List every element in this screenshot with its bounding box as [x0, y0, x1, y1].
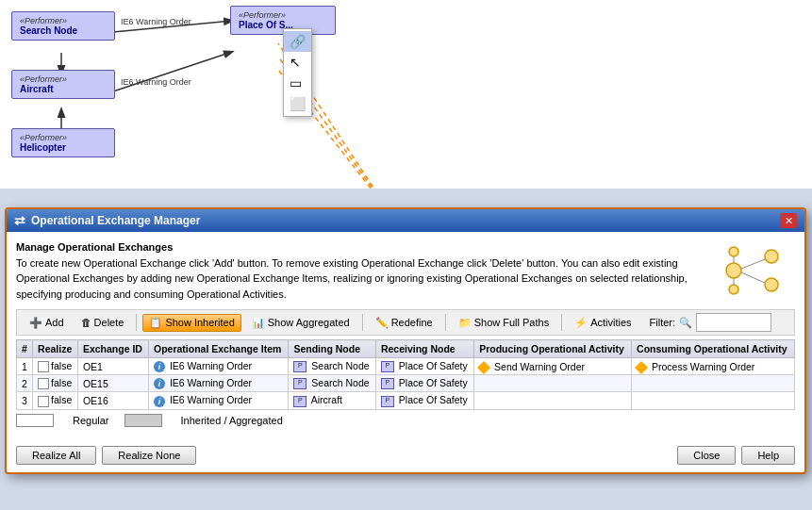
context-popup-item-2[interactable]: ↖ — [284, 52, 311, 73]
cell-id-1: OE1 — [77, 358, 148, 375]
realize-all-button[interactable]: Realize All — [16, 446, 96, 465]
desc-heading: Manage Operational Exchanges — [16, 241, 173, 253]
desc-line3: Operational Exchanges by adding new Oper… — [16, 271, 701, 287]
activities-icon: ⚡ — [574, 317, 588, 329]
show-aggregated-label: Show Aggregated — [268, 317, 350, 328]
cell-realize-1[interactable]: false — [33, 358, 78, 375]
filter-area: Filter: 🔍 — [650, 313, 772, 332]
show-full-paths-label: Show Full Paths — [474, 317, 549, 328]
show-full-paths-button[interactable]: 📁 Show Full Paths — [452, 314, 555, 332]
filter-label: Filter: — [650, 317, 676, 328]
flow-label-2: IE6 Warning Order — [121, 77, 191, 87]
delete-label: Delete — [94, 317, 124, 328]
redefine-button[interactable]: ✏️ Redefine — [369, 314, 439, 332]
dialog-titlebar: ⇄ Operational Exchange Manager ✕ — [7, 209, 804, 232]
dialog-close-button[interactable]: ✕ — [780, 213, 797, 228]
cell-realize-3[interactable]: false — [33, 392, 78, 409]
sending-node-icon-2: P — [293, 378, 307, 389]
context-popup-item-1[interactable]: 🔗 — [284, 31, 311, 52]
desc-line4: specifying producing and consuming Opera… — [16, 287, 701, 303]
svg-point-9 — [765, 278, 778, 291]
sending-node-icon-3: P — [293, 396, 307, 407]
context-popup-item-4[interactable]: ⬜ — [284, 93, 311, 114]
checkbox-3[interactable] — [38, 396, 49, 407]
activities-button[interactable]: ⚡ Activities — [568, 314, 638, 332]
col-sending: Sending Node — [289, 340, 375, 358]
redefine-icon: ✏️ — [375, 317, 389, 329]
legend-regular-label: Regular — [73, 415, 109, 426]
show-inherited-button[interactable]: 📋 Show Inherited — [142, 314, 240, 332]
svg-point-11 — [729, 285, 738, 294]
dialog: ⇄ Operational Exchange Manager ✕ Manage … — [5, 207, 806, 474]
add-icon: ➕ — [29, 317, 42, 329]
table-row[interactable]: 1 false OE1 i IE6 Warning Order P Search… — [17, 358, 795, 375]
filter-search-icon: 🔍 — [679, 317, 692, 329]
realize-none-button[interactable]: Realize None — [102, 446, 196, 465]
show-inherited-label: Show Inherited — [165, 317, 234, 328]
receiving-node-icon-2: P — [381, 378, 394, 389]
delete-button[interactable]: 🗑 Delete — [75, 314, 131, 331]
legend-regular-box — [16, 414, 54, 427]
close-button[interactable]: Close — [677, 446, 736, 465]
dialog-toolbar: ➕ Add 🗑 Delete 📋 Show Inherited 📊 Show A… — [16, 309, 795, 336]
diagram-area: «Performer» Search Node «Performer» Plac… — [0, 0, 812, 189]
help-button[interactable]: Help — [741, 446, 795, 465]
cell-sending-3: P Aircraft — [289, 392, 375, 409]
cell-sending-1: P Search Node — [289, 358, 375, 375]
col-receiving: Receiving Node — [375, 340, 473, 358]
filter-input[interactable] — [696, 313, 771, 332]
checkbox-1[interactable] — [38, 361, 49, 372]
dialog-content: Manage Operational Exchanges To create n… — [7, 232, 804, 440]
cell-receiving-1: P Place Of Safety — [375, 358, 473, 375]
add-button[interactable]: ➕ Add — [23, 314, 71, 332]
svg-point-10 — [729, 247, 738, 256]
legend-row: Regular Inherited / Aggregated — [16, 414, 795, 427]
redefine-label: Redefine — [391, 317, 433, 328]
activities-label: Activities — [590, 317, 631, 328]
dialog-footer: Realize All Realize None Close Help — [7, 440, 804, 472]
footer-left: Realize All Realize None — [16, 446, 196, 465]
legend-inherited-box — [124, 414, 162, 427]
cell-producing-3 — [474, 392, 632, 409]
helicopter-diagram[interactable]: «Performer» Helicopter — [11, 128, 115, 157]
cell-consuming-2 — [632, 375, 795, 392]
context-popup-item-3[interactable]: ▭ — [284, 73, 311, 93]
pos-stereotype: «Performer» — [239, 10, 327, 20]
cell-receiving-3: P Place Of Safety — [375, 392, 473, 409]
col-exchange-id: Exchange ID — [77, 340, 148, 358]
svg-line-12 — [741, 259, 765, 269]
context-popup[interactable]: 🔗 ↖ ▭ ⬜ — [283, 28, 312, 117]
producing-diamond-icon-1 — [477, 361, 490, 374]
table-row[interactable]: 3 false OE16 i IE6 Warning Order P Aircr… — [17, 392, 795, 409]
col-producing: Producing Operational Activity — [474, 340, 632, 358]
aircraft-diagram[interactable]: «Performer» Aircraft — [11, 70, 115, 99]
col-consuming: Consuming Operational Activity — [632, 340, 795, 358]
helicopter-stereotype: «Performer» — [20, 133, 107, 142]
info-icon-2: i — [154, 378, 165, 389]
table-row[interactable]: 2 false OE15 i IE6 Warning Order P Searc… — [17, 375, 795, 392]
helicopter-label: Helicopter — [20, 142, 107, 153]
search-node-stereotype: «Performer» — [20, 16, 107, 25]
show-aggregated-button[interactable]: 📊 Show Aggregated — [245, 314, 356, 332]
data-table: # Realize Exchange ID Operational Exchan… — [16, 339, 795, 410]
cell-item-1: i IE6 Warning Order — [148, 358, 288, 375]
svg-point-7 — [726, 263, 741, 278]
cell-sending-2: P Search Node — [289, 375, 375, 392]
cell-realize-2[interactable]: false — [33, 375, 78, 392]
receiving-node-icon-3: P — [381, 396, 394, 407]
toolbar-sep-4 — [561, 314, 562, 331]
dialog-title-left: ⇄ Operational Exchange Manager — [14, 213, 200, 228]
cell-producing-2 — [474, 375, 632, 392]
cell-id-2: OE15 — [77, 375, 148, 392]
aircraft-stereotype: «Performer» — [20, 74, 107, 84]
checkbox-2[interactable] — [38, 378, 49, 389]
toolbar-sep-2 — [362, 314, 363, 331]
cell-num-1: 1 — [17, 358, 33, 375]
search-node-diagram[interactable]: «Performer» Search Node — [11, 11, 115, 41]
cell-consuming-3 — [632, 392, 795, 409]
col-realize: Realize — [33, 340, 78, 358]
cell-num-2: 2 — [17, 375, 33, 392]
exchange-icon-svg — [715, 242, 790, 299]
svg-line-13 — [741, 272, 765, 283]
svg-point-8 — [765, 250, 778, 263]
